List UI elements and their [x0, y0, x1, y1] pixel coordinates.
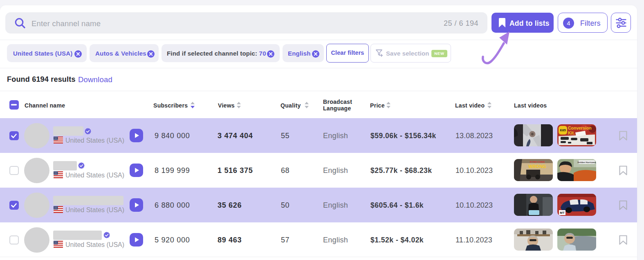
svg-text:MT: MT: [560, 211, 565, 215]
svg-text:E85: E85: [560, 128, 566, 132]
svg-text:DYNO CONS: DYNO CONS: [530, 161, 545, 163]
svg-text:Holden Hurricane: Holden Hurricane: [578, 161, 596, 164]
svg-text:Conversion: Conversion: [568, 126, 592, 130]
svg-text:Kit.: Kit.: [568, 130, 575, 135]
svg-text:WRONG: WRONG: [528, 164, 546, 169]
